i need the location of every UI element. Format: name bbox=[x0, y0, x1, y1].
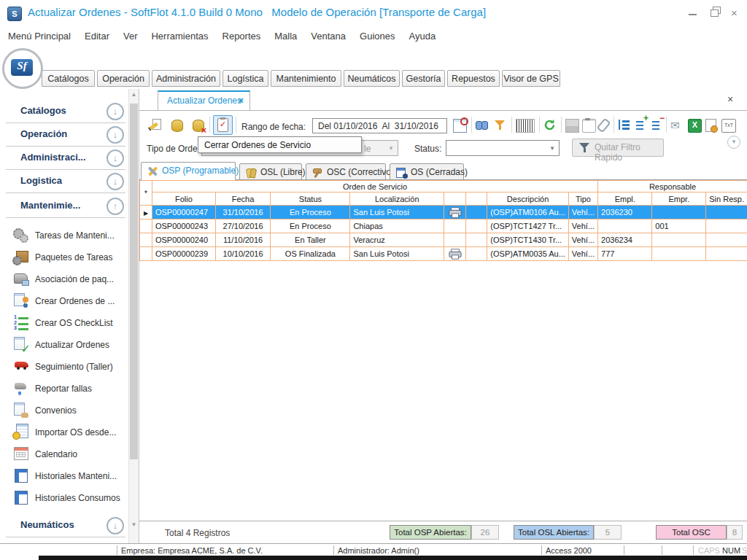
sidebar-item-paquetes-tareas[interactable]: Paquetes de Tareas bbox=[0, 246, 128, 268]
view-tab-os-cerradas[interactable]: OS (Cerradas) bbox=[390, 163, 464, 180]
print-cell[interactable] bbox=[444, 247, 466, 261]
date-range-input[interactable]: Del 01/10/2016 Al 31/10/2016 bbox=[312, 118, 447, 133]
status-combobox[interactable]: ▾ bbox=[446, 140, 560, 156]
sidebar-scrollbar[interactable]: ▲ ▼ bbox=[128, 89, 139, 543]
menu-item-ventana[interactable]: Ventana bbox=[309, 29, 348, 43]
menu-item-editar[interactable]: Editar bbox=[82, 29, 112, 43]
chevron-down-circle-icon[interactable]: ↓ bbox=[107, 173, 124, 190]
sidebar-item-calendario[interactable]: Calendario bbox=[0, 443, 128, 465]
scroll-down-icon[interactable]: ▼ bbox=[129, 521, 139, 528]
column-header-tipo[interactable]: Tipo bbox=[568, 192, 597, 206]
group-header-orden-servicio: Orden de Servicio bbox=[152, 181, 597, 192]
scrollbar-thumb[interactable] bbox=[130, 104, 138, 459]
tab-close-icon[interactable]: × bbox=[238, 95, 244, 106]
view-tab-osl[interactable]: OSL (Libre) bbox=[239, 163, 302, 180]
table-row[interactable]: OSP00000243 27/10/2016 En Proceso Chiapa… bbox=[140, 219, 747, 233]
column-header-fecha[interactable]: Fecha bbox=[215, 192, 271, 206]
sidebar-item-seguimiento-taller[interactable]: Seguimiento (Taller) bbox=[0, 356, 128, 378]
row-indicator-icon bbox=[144, 208, 148, 217]
sidebar-item-asociacion-paquetes[interactable]: Asociación de paq... bbox=[0, 268, 128, 290]
sidebar-group-operacion[interactable]: Operación ↓ bbox=[6, 126, 125, 147]
chevron-up-circle-icon[interactable]: ↑ bbox=[107, 198, 124, 215]
sidebar-item-crear-os-checklist[interactable]: Crear OS CheckList bbox=[0, 312, 128, 334]
cerrar-ordenes-button[interactable] bbox=[213, 115, 233, 135]
chevron-down-circle-icon[interactable]: ↓ bbox=[107, 126, 124, 144]
view-tab-osp[interactable]: OSP (Programable) bbox=[141, 162, 236, 180]
menu-item-ver[interactable]: Ver bbox=[121, 29, 140, 43]
print-cell[interactable] bbox=[444, 206, 466, 219]
view-tab-osc[interactable]: OSC (Correctivo) bbox=[306, 163, 386, 180]
binoculars-icon[interactable] bbox=[476, 119, 488, 131]
tab-mantenimiento[interactable]: Mantenimiento bbox=[271, 70, 341, 87]
tab-repuestos[interactable]: Repuestos bbox=[447, 70, 500, 87]
tab-catalogos[interactable]: Catálogos bbox=[42, 70, 95, 87]
sidebar-group-administracion[interactable]: Administraci... ↓ bbox=[6, 149, 125, 170]
database-icon[interactable] bbox=[171, 120, 183, 132]
sidebar-item-convenios[interactable]: Convenios bbox=[0, 400, 128, 421]
tab-logistica[interactable]: Logística bbox=[222, 70, 268, 87]
gears-icon bbox=[13, 227, 29, 243]
column-header-print[interactable] bbox=[444, 192, 466, 206]
chevron-down-circle-icon[interactable]: ↓ bbox=[107, 149, 124, 167]
sidebar-item-reportar-fallas[interactable]: Reportar fallas bbox=[0, 378, 128, 400]
sidebar-item-crear-ordenes[interactable]: Crear Ordenes de ... bbox=[0, 290, 128, 312]
document-tab-actualizar-ordenes[interactable]: Actualizar Ordenes × bbox=[158, 90, 250, 110]
table-row[interactable]: OSP00000239 10/10/2016 OS Finalizada San… bbox=[140, 247, 747, 261]
panel-close-icon[interactable]: × bbox=[727, 93, 733, 105]
column-header-empr[interactable]: Empr. bbox=[652, 192, 706, 206]
sidebar-item-tareas-mantenimiento[interactable]: Tareas de Manteni... bbox=[0, 225, 128, 246]
menu-item-malla[interactable]: Malla bbox=[272, 29, 299, 43]
column-header-sin-resp[interactable]: Sin Resp. bbox=[706, 192, 747, 206]
collapse-all-icon[interactable] bbox=[651, 119, 663, 131]
sidebar-group-mantenimiento[interactable]: Mantenimie... ↑ bbox=[6, 198, 125, 218]
chevron-down-icon[interactable]: ▾ bbox=[547, 143, 557, 154]
calendar-search-icon[interactable] bbox=[453, 119, 467, 133]
table-row[interactable]: OSP00000240 11/10/2016 En Taller Veracru… bbox=[140, 233, 747, 247]
tree-view-icon[interactable] bbox=[618, 119, 630, 131]
chevron-down-circle-icon[interactable]: ↓ bbox=[107, 103, 124, 120]
sidebar-item-historiales-mantenimiento[interactable]: Historiales Manteni... bbox=[0, 465, 128, 487]
menu-item-reportes[interactable]: Reportes bbox=[220, 29, 263, 43]
sidebar-group-neumaticos[interactable]: Neumáticos ↓ bbox=[6, 517, 125, 537]
gloves-icon bbox=[245, 166, 258, 179]
barcode-icon[interactable] bbox=[516, 119, 535, 133]
database-delete-icon[interactable] bbox=[193, 120, 204, 132]
column-header-status[interactable]: Status bbox=[271, 192, 350, 206]
menu-item-herramientas[interactable]: Herramientas bbox=[149, 29, 210, 43]
quitar-filtro-button[interactable]: Quitar Filtro Rapido bbox=[572, 139, 664, 157]
sidebar-item-historiales-consumos[interactable]: Historiales Consumos bbox=[0, 487, 128, 509]
tab-visor-gps[interactable]: Visor de GPS bbox=[502, 70, 560, 87]
refresh-icon[interactable] bbox=[543, 119, 556, 131]
report-chart-icon[interactable] bbox=[705, 119, 716, 132]
menu-item-principal[interactable]: Menú Principal bbox=[6, 29, 73, 43]
column-header-descripcion[interactable]: Descripción bbox=[487, 192, 569, 206]
table-row[interactable]: OSP00000247 31/10/2016 En Proceso San Lu… bbox=[140, 206, 747, 219]
tab-gestoria[interactable]: Gestoría bbox=[402, 70, 445, 87]
filter-funnel-icon[interactable] bbox=[494, 119, 506, 131]
column-header-empl[interactable]: Empl. bbox=[598, 192, 652, 206]
export-txt-icon[interactable]: TxT bbox=[721, 119, 736, 133]
tab-administracion[interactable]: Administración bbox=[152, 70, 220, 87]
menu-item-ayuda[interactable]: Ayuda bbox=[406, 29, 438, 43]
expand-all-icon[interactable] bbox=[635, 119, 647, 131]
chevron-down-circle-icon[interactable]: ↓ bbox=[107, 517, 124, 534]
sidebar-item-importar-os[interactable]: Importar OS desde... bbox=[0, 421, 128, 443]
column-header-folio[interactable]: Folio bbox=[152, 192, 215, 206]
sidebar-item-actualizar-ordenes[interactable]: Actualizar Ordenes bbox=[0, 334, 128, 356]
email-icon[interactable]: ✉ bbox=[670, 119, 683, 131]
export-excel-icon[interactable]: X bbox=[688, 119, 702, 133]
column-header-localizacion[interactable]: Localización bbox=[350, 192, 444, 206]
attachment-icon[interactable] bbox=[597, 118, 611, 133]
scroll-up-icon[interactable]: ▲ bbox=[129, 91, 139, 98]
minimize-button[interactable] bbox=[689, 14, 697, 15]
edit-order-icon[interactable] bbox=[149, 119, 161, 131]
sidebar-group-catalogos[interactable]: Catálogos ↓ bbox=[6, 103, 125, 123]
sidebar-group-logistica[interactable]: Logistica ↓ bbox=[6, 173, 125, 193]
tab-operacion[interactable]: Operación bbox=[97, 70, 150, 87]
tipo-orden-value: le bbox=[364, 144, 371, 154]
close-button[interactable]: × bbox=[731, 7, 738, 19]
column-header-extra[interactable] bbox=[465, 192, 487, 206]
tab-neumaticos[interactable]: Neumáticos bbox=[344, 70, 400, 87]
restore-button[interactable] bbox=[711, 9, 719, 17]
menu-item-guiones[interactable]: Guiones bbox=[357, 29, 397, 43]
